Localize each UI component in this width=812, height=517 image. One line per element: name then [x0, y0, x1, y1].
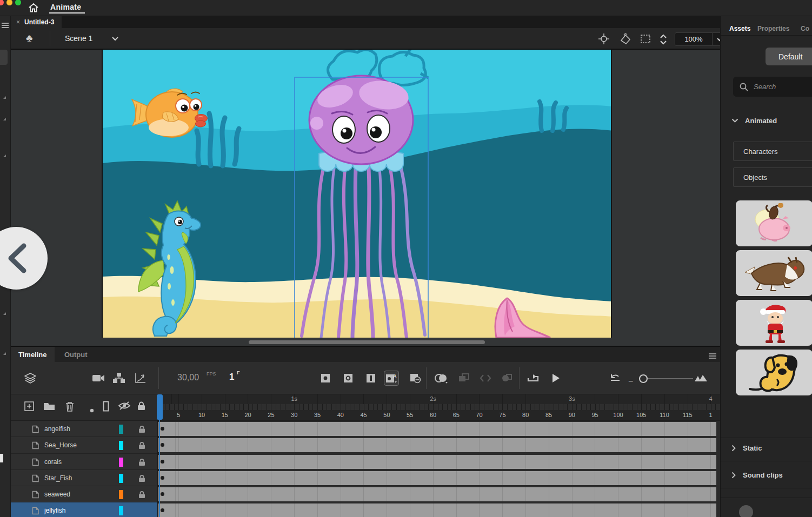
tool-slot[interactable] [0, 50, 8, 65]
lock-layers-icon[interactable] [137, 401, 145, 413]
tab-timeline[interactable]: Timeline [11, 347, 55, 362]
scene-name[interactable]: Scene 1 [65, 34, 92, 43]
add-layer-icon[interactable] [24, 401, 35, 414]
play-button[interactable] [548, 371, 563, 386]
tab-output[interactable]: Output [57, 347, 95, 362]
default-button[interactable]: Default [766, 48, 812, 65]
current-frame-value[interactable]: 1 [229, 372, 234, 382]
hide-layers-icon[interactable] [118, 401, 131, 413]
panel-menu-icon[interactable] [708, 352, 717, 361]
auto-keyframe-icon[interactable]: A [384, 371, 399, 386]
layer-color-swatch[interactable] [119, 458, 123, 467]
asset-thumb-monkey-on-pig[interactable] [736, 200, 812, 246]
timeline-ruler[interactable]: 1s2s3s4 51015202530354045505560657075808… [158, 394, 720, 421]
fps-value[interactable]: 30,00 [177, 373, 199, 382]
timeline-controls: 30,00 FPS 1 F A [11, 362, 720, 394]
divider [426, 367, 427, 389]
layer-color-swatch[interactable] [119, 425, 123, 434]
delete-layer-icon[interactable] [65, 401, 75, 414]
scene-chevron-down-icon[interactable] [111, 36, 119, 42]
minimize-window-button[interactable] [6, 0, 12, 5]
asset-thumb-wolf[interactable] [736, 250, 812, 296]
layer-row[interactable]: Star_Fish [11, 470, 158, 486]
parenting-view-icon[interactable] [111, 371, 127, 386]
search-input[interactable]: Search [733, 77, 812, 97]
loop-icon[interactable] [525, 371, 541, 386]
insert-frame-icon[interactable] [363, 371, 378, 386]
asset-thumb-santa-claus[interactable] [736, 300, 812, 346]
zoom-window-button[interactable] [15, 0, 21, 5]
zoom-stepper[interactable] [660, 33, 667, 48]
category-objects[interactable]: Objects [733, 167, 812, 187]
close-window-button[interactable] [0, 0, 4, 5]
insert-blank-keyframe-icon[interactable] [341, 371, 356, 386]
tab-co[interactable]: Co [801, 25, 809, 32]
layer-frames-row[interactable] [158, 454, 716, 470]
layer-frames-row[interactable] [158, 421, 716, 437]
hamburger-icon[interactable] [2, 23, 9, 29]
horizontal-scrollbar[interactable] [249, 340, 485, 344]
graph-editor-icon[interactable] [133, 371, 148, 386]
layer-name: jellyfish [44, 507, 65, 514]
layer-row[interactable]: corals [11, 454, 158, 470]
timeline-zoom-slider[interactable] [637, 374, 696, 386]
asset-thumb-yellow-dog[interactable] [736, 350, 812, 395]
category-characters[interactable]: Characters [733, 142, 812, 161]
layer-color-swatch[interactable] [119, 441, 123, 450]
layer-color-swatch[interactable] [119, 490, 123, 499]
lock-icon[interactable] [138, 458, 145, 468]
lock-icon[interactable] [138, 491, 145, 501]
insert-keyframe-icon[interactable] [318, 371, 333, 386]
layer-row[interactable]: angelfish [11, 421, 158, 437]
stage[interactable] [102, 50, 612, 338]
canvas-pasteboard[interactable] [11, 50, 720, 346]
center-stage-icon[interactable] [598, 33, 610, 45]
layer-row[interactable]: jellyfish [11, 502, 158, 517]
swap-frames-icon[interactable] [478, 371, 493, 386]
zoom-level-field[interactable]: 100% [675, 32, 713, 46]
edit-symbols-icon[interactable]: ♣ [26, 32, 32, 44]
layers-stack-icon[interactable] [23, 371, 38, 386]
frame-rows[interactable] [158, 421, 720, 517]
layer-color-swatch[interactable] [119, 474, 123, 483]
layer-frames-row[interactable] [158, 437, 716, 453]
divider [50, 31, 50, 46]
layer-frames-row[interactable] [158, 502, 716, 517]
lock-icon[interactable] [138, 474, 145, 485]
close-tab-icon[interactable]: × [16, 18, 20, 26]
collapse-drawer-button[interactable] [0, 227, 48, 290]
clip-content-icon[interactable] [640, 33, 651, 45]
layer-row[interactable]: Sea_Horse [11, 437, 158, 453]
onion-skin-icon[interactable] [434, 371, 449, 386]
zoom-out-timeline-icon[interactable]: − [628, 377, 633, 386]
timeline-tab-bar: Timeline Output [11, 347, 720, 362]
add-folder-icon[interactable] [43, 401, 55, 413]
layer-color-swatch[interactable] [119, 506, 123, 515]
ruler-frame-number: 65 [453, 412, 460, 418]
home-icon[interactable] [28, 3, 39, 15]
highlight-dot-icon[interactable] [90, 405, 94, 415]
resize-timeline-view-icon[interactable] [693, 371, 708, 386]
playhead[interactable] [157, 394, 163, 420]
section-static[interactable]: Static [731, 444, 762, 452]
lock-icon[interactable] [138, 425, 145, 435]
document-tab[interactable]: × Untitled-3 [11, 16, 62, 28]
outline-mode-icon[interactable] [103, 401, 109, 414]
undo-icon[interactable] [608, 371, 623, 386]
frame-span-icon[interactable] [499, 371, 514, 386]
section-sound-clips[interactable]: Sound clips [731, 471, 783, 479]
section-animated[interactable]: Animated [731, 117, 777, 125]
tab-properties[interactable]: Properties [757, 25, 789, 32]
app-menu-animate[interactable]: Animate [50, 3, 81, 11]
layer-frames-row[interactable] [158, 470, 716, 486]
layer-frames-row[interactable] [158, 486, 716, 502]
edit-multiple-frames-icon[interactable] [456, 371, 471, 386]
rotation-tool-icon[interactable] [619, 33, 631, 45]
divider [721, 498, 812, 498]
assets-panel: Assets Properties Co Default Search Anim… [720, 16, 812, 517]
layer-row[interactable]: seaweed [11, 486, 158, 502]
tab-assets[interactable]: Assets [729, 25, 750, 32]
camera-icon[interactable] [91, 371, 106, 386]
delete-frame-icon[interactable] [408, 371, 423, 386]
lock-icon[interactable] [138, 441, 145, 452]
